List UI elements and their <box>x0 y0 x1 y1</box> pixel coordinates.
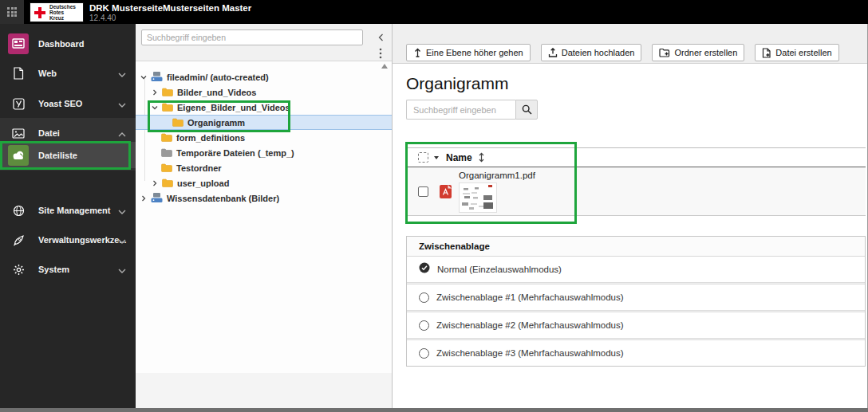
gear-icon <box>8 259 29 280</box>
folder-gray-icon <box>161 148 172 157</box>
tree-item-user-upload[interactable]: user_upload <box>136 175 392 190</box>
level-up-icon <box>413 48 422 57</box>
radio-icon <box>419 292 429 303</box>
sidebar-item-label: Yoast SEO <box>38 99 82 108</box>
chevron-down-icon <box>118 262 126 277</box>
selection-dropdown-icon[interactable] <box>434 156 439 159</box>
tree-panel-footer <box>136 373 392 408</box>
file-row-organigramm1[interactable]: Organigramm1.pdf <box>406 167 866 216</box>
page-title: Organigramm <box>406 74 508 93</box>
chevron-expanded-icon[interactable] <box>140 75 147 80</box>
tree-item-form-definitions[interactable]: form_definitions <box>136 130 392 145</box>
drk-logo: Deutsches Rotes Kreuz <box>30 2 84 22</box>
clipboard-option-2[interactable]: Zwischenablage #2 (Mehrfachauswahlmodus) <box>407 312 865 338</box>
sidebar-item-web[interactable]: Web <box>0 59 136 88</box>
filelist-module: Eine Ebene höher gehen Dateien hochladen… <box>393 24 868 408</box>
file-name[interactable]: Organigramm1.pdf <box>459 171 535 180</box>
globe-icon <box>8 200 29 221</box>
folder-icon <box>162 179 173 187</box>
upload-icon <box>548 48 558 57</box>
tree-item-fileadmin[interactable]: fileadmin/ (auto-created) <box>136 69 392 84</box>
new-file-icon <box>762 48 771 58</box>
upload-files-button[interactable]: Dateien hochladen <box>541 44 642 61</box>
tree-body: fileadmin/ (auto-created) Bilder_und_Vid… <box>136 61 392 397</box>
storage-icon <box>151 193 163 203</box>
tree-item-bilder-und-videos[interactable]: Bilder_und_Videos <box>136 84 392 100</box>
level-up-button[interactable]: Eine Ebene höher gehen <box>406 44 531 61</box>
check-circle-icon <box>419 262 430 277</box>
sidebar-item-site-management[interactable]: Site Management <box>0 196 136 225</box>
clipboard-option-3[interactable]: Zwischenablage #3 (Mehrfachauswahlmodus) <box>407 340 865 366</box>
sort-icon[interactable] <box>478 152 485 163</box>
clipboard-option-normal[interactable]: Normal (Einzelauswahlmodus) <box>407 257 865 282</box>
dashboard-icon <box>8 33 29 54</box>
file-tree-panel: fileadmin/ (auto-created) Bilder_und_Vid… <box>136 24 393 408</box>
red-cross-icon <box>30 6 49 19</box>
folder-icon <box>161 133 172 142</box>
logo-text: Deutsches Rotes Kreuz <box>49 4 76 21</box>
site-title: DRK MusterseiteMusterseiten Master <box>89 3 251 13</box>
tree-item-testordner[interactable]: Testordner <box>136 160 392 175</box>
pdf-thumbnail[interactable] <box>459 182 497 213</box>
chevron-down-icon <box>118 66 126 80</box>
folder-icon <box>172 118 183 127</box>
tree-search-input[interactable] <box>141 29 363 45</box>
yoast-icon <box>8 93 29 114</box>
chevron-down-icon <box>118 96 126 111</box>
sidebar-item-dateiliste[interactable]: Dateiliste <box>0 142 136 168</box>
sidebar-item-label: Datei <box>38 128 60 138</box>
clipboard-title: Zwischenablage <box>407 237 865 257</box>
page-icon <box>8 63 29 84</box>
tree-item-temporaere-dateien[interactable]: Temporäre Dateien (_temp_) <box>136 145 392 160</box>
create-file-button[interactable]: Datei erstellen <box>755 44 838 61</box>
clipboard-option-1[interactable]: Zwischenablage #1 (Mehrfachauswahlmodus) <box>407 284 865 310</box>
chevron-collapsed-icon[interactable] <box>140 195 147 202</box>
tree-item-eigene-bilder-und-videos[interactable]: Eigene_Bilder_und_Videos <box>136 100 392 115</box>
create-folder-button[interactable]: Ordner erstellen <box>652 44 744 61</box>
file-search-input[interactable] <box>406 100 515 120</box>
file-table: Name Organigramm1.pdf <box>406 147 866 216</box>
sidebar-item-label: Dashboard <box>38 39 84 49</box>
grid-icon <box>7 7 17 17</box>
kebab-menu-icon[interactable] <box>379 48 382 62</box>
storage-icon <box>151 72 163 82</box>
sidebar-item-label: Dateiliste <box>38 151 77 160</box>
sidebar-item-system[interactable]: System <box>0 255 136 284</box>
sidebar-item-label: Verwaltungswerkze... <box>38 235 127 245</box>
clipboard-panel: Zwischenablage Normal (Einzelauswahlmodu… <box>406 236 866 367</box>
chevron-down-icon <box>118 233 126 247</box>
row-checkbox[interactable] <box>418 186 428 197</box>
module-menu-button[interactable] <box>0 0 24 24</box>
chevron-collapsed-icon[interactable] <box>152 180 158 186</box>
window-bottom-edge <box>0 408 868 412</box>
tree-item-organigramm[interactable]: Organigramm <box>136 115 392 130</box>
file-search <box>406 100 538 120</box>
sidebar-item-dashboard[interactable]: Dashboard <box>0 29 136 58</box>
chevron-up-icon <box>118 126 126 140</box>
folder-icon <box>161 163 172 172</box>
chevron-down-icon <box>118 203 126 218</box>
scroll-up-icon[interactable] <box>381 64 388 69</box>
radio-icon <box>419 348 429 359</box>
name-column-header[interactable]: Name <box>446 152 472 163</box>
pdf-icon <box>440 185 452 198</box>
typo3-version: 12.4.40 <box>89 14 116 22</box>
typo3-backend: Deutsches Rotes Kreuz DRK MusterseiteMus… <box>0 0 868 412</box>
chevron-collapsed-icon[interactable] <box>152 89 158 96</box>
file-table-header: Name <box>406 147 866 167</box>
search-submit-button[interactable] <box>515 100 538 120</box>
new-folder-icon <box>659 48 670 57</box>
doc-header-buttons: Eine Ebene höher gehen Dateien hochladen… <box>406 44 839 61</box>
sidebar-item-yoast-seo[interactable]: Yoast SEO <box>0 89 136 118</box>
rocket-icon <box>8 230 29 250</box>
select-all-checkbox[interactable] <box>418 152 428 163</box>
chevron-expanded-icon[interactable] <box>152 105 158 110</box>
sidebar-item-verwaltungswerkzeuge[interactable]: Verwaltungswerkze... <box>0 226 136 254</box>
image-icon <box>8 123 29 143</box>
sidebar-item-label: System <box>38 265 69 274</box>
collapse-tree-icon[interactable] <box>378 30 384 45</box>
tree-item-wissensdatenbank[interactable]: Wissensdatenbank (Bilder) <box>136 190 392 206</box>
folder-icon <box>162 88 173 96</box>
sidebar-item-label: Web <box>38 69 57 78</box>
tree-toolbar <box>136 24 392 61</box>
